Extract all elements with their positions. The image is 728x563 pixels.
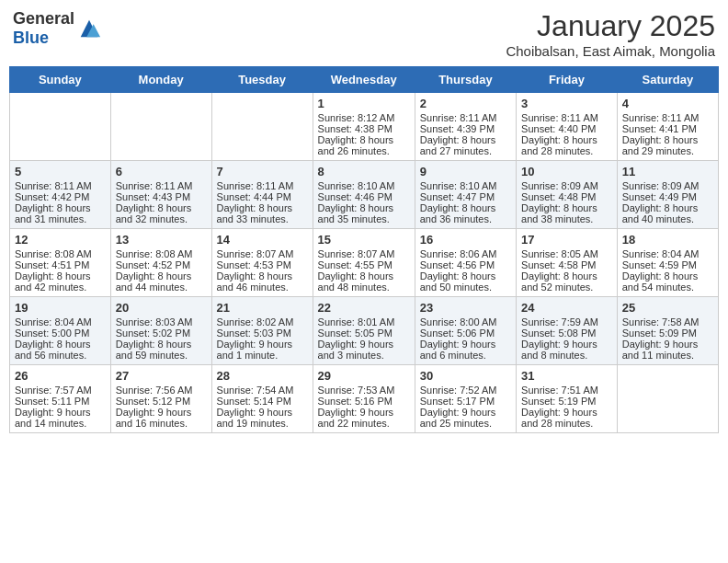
- calendar-cell: 17Sunrise: 8:05 AMSunset: 4:58 PMDayligh…: [517, 229, 618, 297]
- cell-text: Daylight: 8 hours and 27 minutes.: [420, 134, 511, 156]
- cell-text: Sunset: 4:41 PM: [622, 123, 713, 134]
- page-header: General Blue January 2025 Choibalsan, Ea…: [9, 9, 719, 59]
- cell-text: Sunset: 5:12 PM: [116, 396, 207, 407]
- calendar-cell: 23Sunrise: 8:00 AMSunset: 5:06 PMDayligh…: [415, 297, 516, 365]
- cell-text: Sunrise: 8:11 AM: [622, 112, 713, 123]
- calendar-cell: 21Sunrise: 8:02 AMSunset: 5:03 PMDayligh…: [211, 297, 313, 365]
- cell-text: Sunset: 4:43 PM: [116, 191, 207, 202]
- cell-text: Sunrise: 8:04 AM: [622, 248, 713, 259]
- calendar-cell: 29Sunrise: 7:53 AMSunset: 5:16 PMDayligh…: [313, 365, 415, 433]
- cell-text: Sunset: 4:39 PM: [420, 123, 511, 134]
- calendar-cell: [211, 93, 313, 161]
- cell-text: Sunrise: 7:57 AM: [15, 385, 106, 396]
- cell-text: Daylight: 8 hours and 40 minutes.: [622, 202, 713, 224]
- calendar-cell: 31Sunrise: 7:51 AMSunset: 5:19 PMDayligh…: [517, 365, 618, 433]
- cell-text: Daylight: 9 hours and 19 minutes.: [217, 407, 308, 429]
- day-header-tuesday: Tuesday: [211, 67, 313, 93]
- day-number: 15: [318, 233, 410, 247]
- calendar-cell: 5Sunrise: 8:11 AMSunset: 4:42 PMDaylight…: [10, 161, 111, 229]
- cell-text: Daylight: 9 hours and 11 minutes.: [622, 339, 713, 361]
- logo: General Blue: [13, 9, 102, 48]
- cell-text: Sunrise: 8:08 AM: [116, 248, 207, 259]
- cell-text: Daylight: 9 hours and 6 minutes.: [420, 339, 511, 361]
- title-section: January 2025 Choibalsan, East Aimak, Mon…: [506, 9, 715, 59]
- cell-text: Sunset: 4:38 PM: [318, 123, 410, 134]
- day-number: 9: [420, 165, 511, 178]
- cell-text: Daylight: 9 hours and 28 minutes.: [521, 407, 612, 429]
- cell-text: Sunrise: 8:00 AM: [420, 316, 511, 327]
- cell-text: Sunset: 5:16 PM: [318, 396, 410, 407]
- cell-text: Sunset: 5:05 PM: [318, 327, 410, 339]
- calendar-cell: 1Sunrise: 8:12 AMSunset: 4:38 PMDaylight…: [313, 93, 415, 161]
- day-number: 12: [15, 233, 106, 247]
- calendar-cell: 8Sunrise: 8:10 AMSunset: 4:46 PMDaylight…: [313, 161, 415, 229]
- day-number: 1: [318, 97, 410, 110]
- cell-text: Sunset: 4:44 PM: [217, 191, 308, 202]
- day-number: 3: [521, 97, 612, 110]
- calendar-cell: 19Sunrise: 8:04 AMSunset: 5:00 PMDayligh…: [10, 297, 111, 365]
- day-number: 31: [521, 369, 612, 383]
- logo-blue: Blue: [13, 29, 49, 47]
- day-number: 26: [15, 369, 106, 383]
- cell-text: Daylight: 8 hours and 50 minutes.: [420, 270, 511, 293]
- day-number: 6: [116, 165, 207, 178]
- cell-text: Daylight: 8 hours and 26 minutes.: [318, 134, 410, 156]
- cell-text: Sunrise: 7:52 AM: [420, 385, 511, 396]
- cell-text: Sunset: 4:53 PM: [217, 259, 308, 270]
- cell-text: Daylight: 8 hours and 33 minutes.: [217, 202, 308, 224]
- cell-text: Sunrise: 8:11 AM: [217, 180, 308, 191]
- cell-text: Sunset: 4:48 PM: [521, 191, 612, 202]
- cell-text: Sunset: 4:56 PM: [420, 259, 511, 270]
- calendar-cell: 7Sunrise: 8:11 AMSunset: 4:44 PMDaylight…: [211, 161, 313, 229]
- cell-text: Sunrise: 8:09 AM: [521, 180, 612, 191]
- cell-text: Daylight: 8 hours and 56 minutes.: [15, 339, 106, 361]
- calendar-cell: 2Sunrise: 8:11 AMSunset: 4:39 PMDaylight…: [415, 93, 516, 161]
- day-number: 16: [420, 233, 511, 247]
- cell-text: Sunset: 4:49 PM: [622, 191, 713, 202]
- cell-text: Daylight: 8 hours and 36 minutes.: [420, 202, 511, 224]
- cell-text: Sunrise: 8:12 AM: [318, 112, 410, 123]
- cell-text: Sunset: 5:17 PM: [420, 396, 511, 407]
- calendar-cell: 13Sunrise: 8:08 AMSunset: 4:52 PMDayligh…: [110, 229, 211, 297]
- calendar-cell: 10Sunrise: 8:09 AMSunset: 4:48 PMDayligh…: [517, 161, 618, 229]
- calendar-header: SundayMondayTuesdayWednesdayThursdayFrid…: [10, 67, 719, 93]
- cell-text: Sunset: 5:03 PM: [217, 327, 308, 339]
- logo-icon: [76, 16, 102, 41]
- calendar-cell: [10, 93, 111, 161]
- cell-text: Sunrise: 7:53 AM: [318, 385, 410, 396]
- cell-text: Sunrise: 8:02 AM: [217, 316, 308, 327]
- calendar-cell: 27Sunrise: 7:56 AMSunset: 5:12 PMDayligh…: [110, 365, 211, 433]
- cell-text: Sunrise: 8:09 AM: [622, 180, 713, 191]
- day-number: 28: [217, 369, 308, 383]
- calendar-table: SundayMondayTuesdayWednesdayThursdayFrid…: [9, 66, 719, 433]
- cell-text: Sunrise: 8:01 AM: [318, 316, 410, 327]
- cell-text: Sunset: 4:40 PM: [521, 123, 612, 134]
- day-number: 11: [622, 165, 713, 178]
- cell-text: Sunrise: 7:58 AM: [622, 316, 713, 327]
- cell-text: Daylight: 9 hours and 25 minutes.: [420, 407, 511, 429]
- calendar-cell: [617, 365, 718, 433]
- cell-text: Sunrise: 8:05 AM: [521, 248, 612, 259]
- day-number: 27: [116, 369, 207, 383]
- calendar-cell: 28Sunrise: 7:54 AMSunset: 5:14 PMDayligh…: [211, 365, 313, 433]
- cell-text: Daylight: 9 hours and 16 minutes.: [116, 407, 207, 429]
- cell-text: Daylight: 8 hours and 31 minutes.: [15, 202, 106, 224]
- cell-text: Daylight: 8 hours and 52 minutes.: [521, 270, 612, 293]
- day-number: 25: [622, 301, 713, 315]
- day-header-sunday: Sunday: [10, 67, 111, 93]
- cell-text: Sunset: 4:46 PM: [318, 191, 410, 202]
- cell-text: Daylight: 9 hours and 22 minutes.: [318, 407, 410, 429]
- calendar-cell: 30Sunrise: 7:52 AMSunset: 5:17 PMDayligh…: [415, 365, 516, 433]
- cell-text: Sunrise: 8:11 AM: [116, 180, 207, 191]
- day-number: 14: [217, 233, 308, 247]
- cell-text: Sunset: 5:00 PM: [15, 327, 106, 339]
- cell-text: Daylight: 8 hours and 42 minutes.: [15, 270, 106, 293]
- cell-text: Daylight: 8 hours and 28 minutes.: [521, 134, 612, 156]
- calendar-cell: 25Sunrise: 7:58 AMSunset: 5:09 PMDayligh…: [617, 297, 718, 365]
- cell-text: Sunrise: 8:11 AM: [420, 112, 511, 123]
- location-subtitle: Choibalsan, East Aimak, Mongolia: [506, 43, 715, 59]
- cell-text: Daylight: 8 hours and 44 minutes.: [116, 270, 207, 293]
- logo-general: General: [13, 9, 74, 28]
- cell-text: Sunset: 5:19 PM: [521, 396, 612, 407]
- calendar-cell: 6Sunrise: 8:11 AMSunset: 4:43 PMDaylight…: [110, 161, 211, 229]
